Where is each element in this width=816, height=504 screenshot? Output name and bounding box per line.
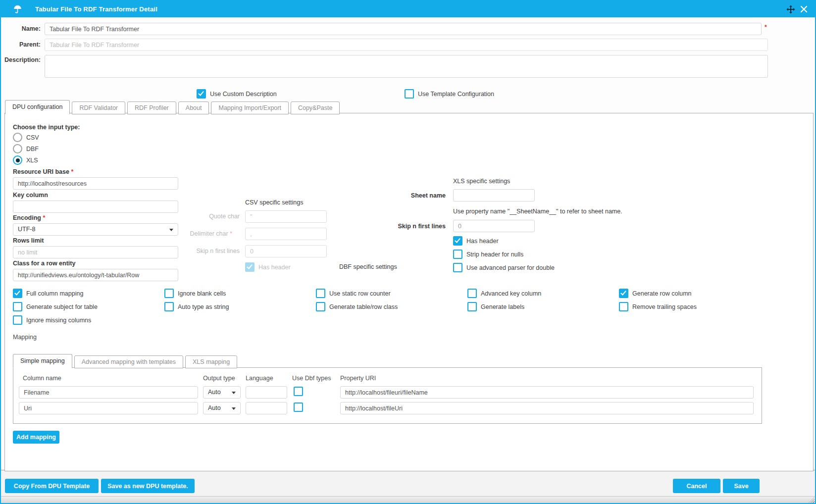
tab-label: About: [186, 104, 202, 111]
tab-rdf-validator[interactable]: RDF Validator: [72, 101, 125, 114]
checkbox-label: Generate labels: [481, 303, 524, 310]
option-generate-subject-for-table[interactable]: Generate subject for table: [13, 302, 98, 311]
save-button[interactable]: Save: [723, 479, 760, 493]
checkbox-icon[interactable]: [164, 302, 174, 311]
delimiter-char-input: [245, 228, 327, 240]
name-input[interactable]: [45, 23, 762, 35]
encoding-select[interactable]: UTF-8: [13, 223, 178, 236]
language-input[interactable]: [246, 386, 287, 399]
move-icon[interactable]: [784, 3, 797, 16]
output-type-select[interactable]: Auto: [203, 402, 241, 414]
column-header-language: Language: [246, 375, 273, 382]
checkbox-icon[interactable]: [453, 263, 462, 272]
dialog-window: Tabular File To RDF Transformer Detail N…: [0, 0, 816, 504]
property-uri-input[interactable]: [340, 402, 754, 414]
xls-has-header-checkbox[interactable]: Has header: [453, 236, 499, 246]
tab-copy-paste[interactable]: Copy&Paste: [291, 101, 340, 114]
checkbox-icon[interactable]: [316, 302, 325, 311]
save-as-new-dpu-template-button[interactable]: Save as new DPU template.: [101, 479, 195, 493]
option-generate-labels[interactable]: Generate labels: [467, 302, 524, 311]
checkbox-label: Use Custom Description: [210, 91, 277, 98]
checkbox-icon: [245, 262, 255, 272]
option-advanced-key-column[interactable]: Advanced key column: [467, 289, 541, 298]
quote-char-input: [245, 210, 327, 223]
tab-label: RDF Validator: [79, 104, 118, 111]
property-uri-input[interactable]: [340, 386, 754, 399]
sheet-name-label: Sheet name: [386, 192, 446, 199]
output-type-select[interactable]: Auto: [203, 386, 241, 399]
radio-label: CSV: [26, 134, 39, 141]
rows-limit-input[interactable]: [13, 246, 178, 258]
use-custom-description-checkbox[interactable]: Use Custom Description: [197, 89, 277, 99]
tab-xls-mapping[interactable]: XLS mapping: [185, 355, 237, 368]
titlebar[interactable]: Tabular File To RDF Transformer Detail: [1, 1, 815, 17]
resource-uri-input[interactable]: [13, 177, 178, 190]
option-auto-type-as-string[interactable]: Auto type as string: [164, 302, 229, 311]
cancel-button[interactable]: Cancel: [673, 479, 720, 493]
checkbox-icon[interactable]: [467, 302, 477, 311]
use-template-configuration-checkbox[interactable]: Use Template Configuration: [405, 89, 494, 99]
checkbox-label: Generate row column: [632, 290, 692, 297]
language-input[interactable]: [246, 402, 287, 414]
checkbox-icon[interactable]: [197, 89, 206, 99]
checkbox-icon[interactable]: [619, 289, 628, 298]
add-mapping-button[interactable]: Add mapping: [13, 431, 59, 444]
copy-from-dpu-template-button[interactable]: Copy From DPU Template: [5, 479, 99, 493]
option-ignore-blank-cells[interactable]: Ignore blank cells: [164, 289, 226, 298]
radio-icon[interactable]: [13, 133, 22, 142]
radio-xls[interactable]: XLS: [13, 155, 38, 165]
checkbox-icon[interactable]: [316, 289, 325, 298]
checkbox-icon[interactable]: [13, 302, 22, 311]
checkbox-icon[interactable]: [294, 387, 303, 396]
checkbox-icon[interactable]: [13, 315, 22, 325]
xls-skip-lines-label: Skip n first lines: [386, 223, 446, 230]
checkbox-icon[interactable]: [453, 250, 462, 259]
checkbox-label: Remove trailing spaces: [632, 303, 697, 310]
radio-dbf[interactable]: DBF: [13, 144, 39, 153]
tab-about[interactable]: About: [178, 101, 209, 114]
checkbox-icon[interactable]: [619, 302, 628, 311]
status-bar: [1, 496, 815, 504]
tab-rdf-profiler[interactable]: RDF Profiler: [127, 101, 176, 114]
parent-label: Parent:: [1, 41, 41, 48]
checkbox-label: Auto type as string: [178, 303, 229, 310]
close-icon[interactable]: [797, 3, 810, 16]
radio-icon[interactable]: [13, 155, 22, 165]
sheet-name-input[interactable]: [453, 189, 535, 202]
use-dbf-types-checkbox[interactable]: [294, 403, 303, 412]
description-textarea[interactable]: [45, 55, 768, 78]
checkbox-icon[interactable]: [13, 289, 22, 298]
resize-grip-icon[interactable]: [809, 497, 815, 503]
radio-icon[interactable]: [13, 144, 22, 153]
option-remove-trailing-spaces[interactable]: Remove trailing spaces: [619, 302, 697, 311]
field-label-text: Resource URI base: [13, 168, 69, 175]
checkbox-icon[interactable]: [164, 289, 174, 298]
required-asterisk: *: [230, 230, 232, 237]
tab-dpu-configuration[interactable]: DPU configuration: [5, 100, 70, 114]
checkbox-icon[interactable]: [453, 236, 462, 246]
key-column-input[interactable]: [13, 201, 178, 213]
option-ignore-missing-columns[interactable]: Ignore missing columns: [13, 315, 91, 325]
column-name-input[interactable]: [19, 386, 198, 399]
radio-csv[interactable]: CSV: [13, 133, 39, 142]
checkbox-icon[interactable]: [405, 89, 414, 99]
option-generate-row-column[interactable]: Generate row column: [619, 289, 692, 298]
tab-simple-mapping[interactable]: Simple mapping: [13, 354, 72, 368]
checkbox-label: Use static row counter: [329, 290, 391, 297]
use-dbf-types-checkbox[interactable]: [294, 387, 303, 396]
checkbox-label: Use advanced parser for double: [466, 264, 555, 271]
row-class-label: Class for a row entity: [13, 260, 75, 267]
tab-mapping-import-export[interactable]: Mapping Import/Export: [211, 101, 288, 114]
tab-advanced-mapping[interactable]: Advanced mapping with templates: [74, 355, 183, 368]
advanced-parser-checkbox[interactable]: Use advanced parser for double: [453, 263, 555, 272]
option-generate-table-row-class[interactable]: Generate table/row class: [316, 302, 398, 311]
checkbox-icon[interactable]: [467, 289, 477, 298]
option-use-static-row-counter[interactable]: Use static row counter: [316, 289, 391, 298]
xls-skip-lines-input[interactable]: [453, 220, 535, 232]
column-name-input[interactable]: [19, 402, 198, 414]
encoding-label: Encoding *: [13, 214, 45, 221]
checkbox-icon[interactable]: [294, 403, 303, 412]
strip-header-checkbox[interactable]: Strip header for nulls: [453, 250, 523, 259]
row-class-input[interactable]: [13, 269, 178, 281]
option-full-column-mapping[interactable]: Full column mapping: [13, 289, 83, 298]
